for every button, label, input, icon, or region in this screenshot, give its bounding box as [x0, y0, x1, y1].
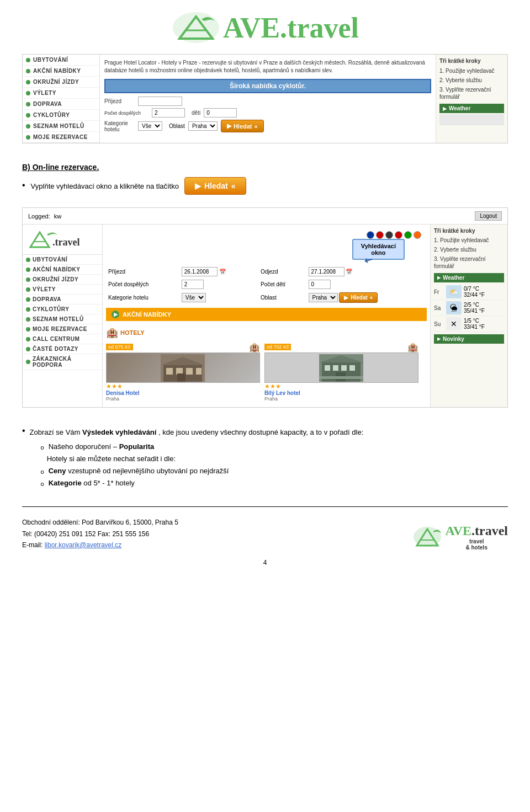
weather-section: ▶ Weather Fr ⛅ 0/7 °C 32/44 °F Sa 🌦: [434, 273, 504, 332]
pocet-deti-input2[interactable]: [309, 280, 331, 289]
hledat-button2[interactable]: ▶ Hledat «: [339, 292, 378, 303]
bullet-dot-vysledek: •: [22, 426, 25, 436]
weather-icon-fr: ⛅: [446, 285, 462, 298]
oblast-label: Oblast: [169, 123, 185, 129]
bullet-hledat-row: • Vyplňte vyhledávací okno a klikněte na…: [22, 177, 508, 195]
calendar2-icon[interactable]: 📅: [346, 269, 352, 275]
screenshot1-right: Tři krátké kroky 1. Použijte vyhledavač …: [436, 55, 507, 143]
nav-dot: [26, 124, 30, 129]
bullets-section: • Zobrazí se Vám Výsledek vyhledávání , …: [0, 419, 530, 501]
calendar-icon[interactable]: 📅: [219, 269, 226, 275]
form-row-kategorie-oblast: Kategorie hotelu Vše Oblast Praha ▶: [106, 291, 427, 304]
nav2-vylety[interactable]: VÝLETY: [23, 285, 102, 295]
svg-rect-12: [325, 365, 330, 371]
weather-temp-su: 1/5 °C 33/41 °F: [464, 318, 485, 330]
pocet-dospelych-input[interactable]: [152, 108, 185, 117]
footer-email-link[interactable]: libor.kovarik@avetravel.cz: [45, 541, 122, 549]
flag-nl: [414, 231, 421, 239]
callout-area: Vyhledávací okno ↙: [106, 228, 427, 265]
nav2-ubytovani[interactable]: UBYTOVÁNÍ: [23, 255, 102, 265]
bullet-item-vysledek: • Zobrazí se Vám Výsledek vyhledávání , …: [22, 427, 508, 489]
pocet-dospelych-input2[interactable]: [182, 280, 204, 289]
footer-logo-brand: AVE.travel: [445, 523, 508, 538]
form-row-pocet: Počet dospělých děti: [104, 108, 431, 117]
screenshot2-body: .travel UBYTOVÁNÍ AKČNÍ NABÍDKY OKRUŽNÍ …: [23, 225, 507, 407]
tri-kroky-step3: 3. Vyplňte rezervační formulář: [439, 86, 504, 100]
svg-rect-15: [349, 365, 355, 371]
nav-item-cyklotury[interactable]: CYKLOTŮRY: [23, 110, 99, 121]
screenshot1-description: Prague Hotel Locator - Hotely v Praze - …: [104, 59, 431, 74]
kategorie-select[interactable]: Vše: [138, 121, 162, 131]
hotel1-name[interactable]: Denisa Hotel: [106, 390, 260, 396]
nav-item-okruzni[interactable]: OKRUŽNÍ JÍZDY: [23, 77, 99, 88]
logged-info: Logged: kw: [28, 213, 61, 220]
svg-rect-18: [319, 376, 363, 379]
hotel2-icon: 🏨: [407, 342, 418, 352]
svg-rect-13: [333, 365, 338, 371]
weather-play-icon: ▶: [437, 275, 441, 280]
indent-text-kategorie: Kategorie od 5* - 1* hotely: [49, 477, 135, 489]
nav-dot: [26, 69, 30, 73]
form-row-dates: Příjezd 📅 Odjezd 📅: [106, 265, 427, 278]
nav-item-akcni[interactable]: AKČNÍ NABÍDKY: [23, 66, 99, 77]
svg-rect-7: [196, 368, 202, 375]
hotel1-img-svg: [161, 354, 205, 382]
arrow-right-icon: «: [255, 123, 258, 130]
nav2-seznam-hotelu[interactable]: SEZNAM HOTELŮ: [23, 314, 102, 324]
weather-row-sa: Sa 🌦 2/5 °C 35/41 °F: [434, 300, 504, 316]
hotel1-price: od 675 Kč: [106, 344, 133, 350]
akcni-icon: ▶: [112, 311, 119, 318]
footer-logo-icon: [412, 525, 443, 549]
indent-text-ceny: Ceny vzestupně od nejlevnějšího ubytován…: [49, 465, 229, 477]
flag-ru: [395, 231, 402, 239]
nav2-doprava[interactable]: DOPRAVA: [23, 295, 102, 304]
flag-de: [385, 231, 393, 239]
nav2-caste-dotazy[interactable]: ČASTÉ DOTAZY: [23, 344, 102, 354]
section-b-heading: B) On-line rezervace.: [22, 163, 508, 172]
indent-circle-o3: o: [41, 479, 44, 489]
screenshot2-header: Logged: kw Logout: [23, 208, 507, 225]
logged-label: Logged:: [28, 213, 50, 220]
footer-section: Obchodní oddělení: Pod Barvířkou 6, 1500…: [0, 512, 530, 559]
tri-kroky-title: Tři krátké kroky: [439, 58, 504, 64]
weather-day-sa: Sa: [434, 305, 444, 311]
svg-rect-4: [166, 368, 173, 375]
svg-text:.travel: .travel: [52, 237, 80, 248]
footer-logo: AVE.travel travel & hotels: [412, 523, 508, 551]
hledat-button[interactable]: ▶ Hledat «: [221, 120, 264, 132]
nav2-call-centrum[interactable]: CALL CENTRUM: [23, 334, 102, 344]
hotel1-icon: 🏨: [249, 342, 260, 352]
prijezd-date-input[interactable]: [182, 267, 218, 276]
pocet-deti-input[interactable]: [204, 108, 237, 117]
nav2-akcni[interactable]: AKČNÍ NABÍDKY: [23, 265, 102, 275]
ss2-logo-icon: .travel: [26, 228, 81, 250]
kategorie-select2[interactable]: Vše: [182, 293, 206, 302]
nav2-moje-rezervace[interactable]: MOJE REZERVACE: [23, 324, 102, 334]
nav-item-seznam-hotelu[interactable]: SEZNAM HOTELŮ: [23, 121, 99, 132]
weather-temp-fr: 0/7 °C 32/44 °F: [464, 286, 485, 298]
ss2-tri-title: Tři krátké kroky: [434, 228, 504, 234]
oblast-select[interactable]: Praha: [188, 121, 218, 131]
nav2-zakaznicka-podpora[interactable]: ZÁKAZNICKÁ PODPORA: [23, 354, 102, 370]
prijezd-label: Příjezd: [104, 98, 135, 104]
oblast-select2[interactable]: Praha: [309, 293, 338, 302]
hledat-arrow-left: ▶: [195, 181, 201, 190]
nav-item-vylety[interactable]: VÝLETY: [23, 88, 99, 99]
footer-line3: E-mail: libor.kovarik@avetravel.cz: [22, 539, 178, 551]
hledat-large-button[interactable]: ▶ Hledat «: [184, 177, 246, 195]
hotel2-name[interactable]: Bílý Lev hotel: [264, 390, 418, 396]
form-row-kategorie: Kategorie hotelu Vše Oblast Praha ▶ Hled…: [104, 120, 431, 132]
hotel2-price: od 702 Kč: [264, 344, 292, 350]
footer-logo-area: AVE.travel travel & hotels: [412, 523, 508, 551]
nav-item-moje-rezervace[interactable]: MOJE REZERVACE: [23, 132, 99, 143]
hotel1-city: Praha: [106, 396, 260, 402]
nav2-okruzni[interactable]: OKRUŽNÍ JÍZDY: [23, 275, 102, 285]
prijezd-input[interactable]: [138, 97, 182, 106]
screenshot1-nav: UBYTOVÁNÍ AKČNÍ NABÍDKY OKRUŽNÍ JÍZDY VÝ…: [23, 55, 100, 143]
nav-item-doprava[interactable]: DOPRAVA: [23, 99, 99, 110]
nav2-cyklotury[interactable]: CYKLOTŮRY: [23, 304, 102, 314]
odjezd-date-input[interactable]: [309, 267, 344, 276]
top-logo: AVE.travel: [171, 11, 359, 44]
logout-button[interactable]: Logout: [475, 211, 502, 221]
nav-item-ubytovani[interactable]: UBYTOVÁNÍ: [23, 55, 99, 66]
